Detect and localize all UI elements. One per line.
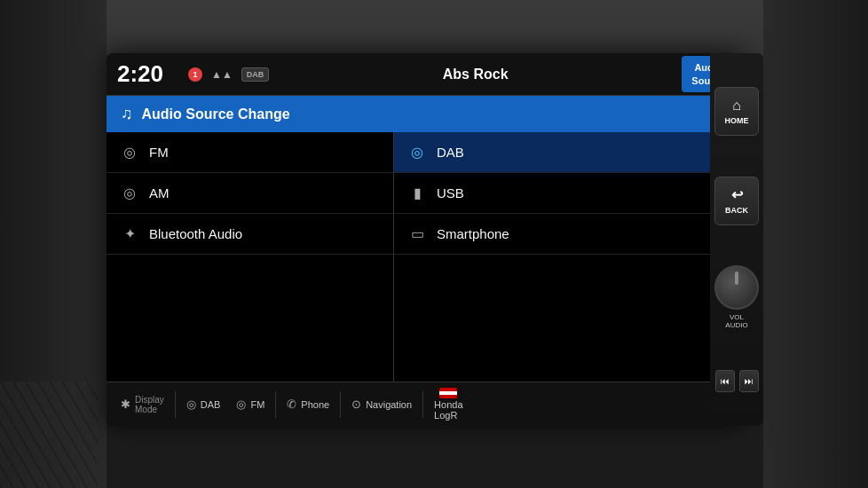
toolbar-dab[interactable]: ◎ DAB	[179, 393, 228, 415]
notification-badge: 1	[188, 67, 202, 82]
toolbar-dab-label: DAB	[201, 399, 221, 410]
home-icon: ⌂	[732, 98, 741, 114]
dashboard-left	[0, 0, 107, 488]
bluetooth-icon: ✦	[121, 225, 138, 242]
home-button[interactable]: ⌂ HOME	[714, 87, 759, 136]
toolbar-fm[interactable]: ◎ FM	[229, 393, 272, 415]
main-area: ♫ Audio Source Change ◎ FM ◎ AM	[107, 96, 746, 426]
bottom-toolbar: ✱ DisplayMode ◎ DAB ◎ FM ✆ P	[107, 382, 746, 426]
fm-label: FM	[149, 145, 169, 160]
bluetooth-label: Bluetooth Audio	[149, 226, 242, 241]
volume-label: VOLAUDIO	[725, 313, 747, 329]
am-label: AM	[149, 185, 170, 201]
toolbar-navigation-label: Navigation	[366, 399, 412, 410]
music-icon: ♫	[121, 105, 133, 123]
station-name: Abs Rock	[278, 67, 673, 83]
home-label: HOME	[725, 116, 749, 125]
toolbar-phone-label: Phone	[301, 399, 329, 410]
usb-icon: ▮	[408, 185, 426, 201]
dashboard-wrapper: 2:20 1 ▲▲ DAB Abs Rock AudioSource ♫ Aud…	[0, 0, 868, 488]
back-label: BACK	[725, 206, 748, 215]
source-item-usb[interactable]: ▮ USB	[394, 173, 746, 214]
phone-icon: ✆	[287, 397, 296, 411]
right-sources: ◎ DAB ▮ USB ▭ Smartphone	[394, 132, 746, 382]
dashboard-right	[763, 0, 868, 488]
smartphone-icon: ▭	[408, 225, 426, 242]
time-display: 2:20	[117, 60, 179, 88]
separator-1	[175, 391, 176, 418]
fm-icon: ◎	[121, 144, 138, 161]
source-item-am[interactable]: ◎ AM	[107, 173, 393, 214]
back-icon: ↩	[731, 186, 743, 203]
back-button[interactable]: ↩ BACK	[714, 177, 759, 225]
toolbar-dab-icon: ◎	[186, 397, 196, 411]
separator-4	[422, 391, 423, 418]
am-icon: ◎	[121, 185, 138, 201]
separator-2	[275, 391, 276, 418]
display-mode-label: DisplayMode	[135, 395, 164, 414]
toolbar-navigation[interactable]: ⊙ Navigation	[344, 393, 419, 415]
audio-source-header: ♫ Audio Source Change	[107, 96, 746, 132]
skip-forward-button[interactable]: ⏭	[739, 370, 759, 392]
skip-buttons: ⏮ ⏭	[715, 370, 759, 392]
source-item-fm[interactable]: ◎ FM	[107, 132, 393, 173]
dab-label: DAB	[437, 145, 464, 160]
signal-icon: ▲▲	[211, 68, 233, 81]
screen-content: 2:20 1 ▲▲ DAB Abs Rock AudioSource ♫ Aud…	[107, 53, 746, 426]
toolbar-honda-logr-label: HondaLogR	[434, 399, 462, 421]
infotainment-screen: 2:20 1 ▲▲ DAB Abs Rock AudioSource ♫ Aud…	[107, 53, 746, 426]
skip-back-button[interactable]: ⏮	[715, 370, 735, 392]
left-sources: ◎ FM ◎ AM ✦ Bluetooth Audio	[107, 132, 394, 382]
toolbar-display-mode[interactable]: ✱ DisplayMode	[114, 390, 171, 419]
toolbar-phone[interactable]: ✆ Phone	[280, 393, 336, 415]
toolbar-fm-icon: ◎	[236, 397, 246, 411]
dab-icon: ◎	[408, 144, 426, 161]
source-item-smartphone[interactable]: ▭ Smartphone	[394, 214, 746, 255]
display-mode-icon: ✱	[121, 397, 130, 411]
side-buttons-panel: ⌂ HOME ↩ BACK VOLAUDIO ⏮ ⏭	[710, 53, 763, 426]
status-bar: 2:20 1 ▲▲ DAB Abs Rock AudioSource	[107, 53, 746, 96]
honda-logr-flag	[439, 388, 457, 398]
source-list-area: ◎ FM ◎ AM ✦ Bluetooth Audio	[107, 132, 746, 382]
source-item-dab[interactable]: ◎ DAB	[394, 132, 746, 173]
audio-source-title: Audio Source Change	[142, 106, 290, 122]
toolbar-honda-logr[interactable]: HondaLogR	[427, 383, 470, 425]
vent-pattern	[0, 382, 98, 488]
usb-label: USB	[437, 185, 464, 201]
volume-section: VOLAUDIO	[714, 265, 759, 329]
dab-badge: DAB	[241, 67, 270, 82]
separator-3	[340, 391, 341, 418]
smartphone-label: Smartphone	[437, 226, 509, 241]
source-item-bluetooth[interactable]: ✦ Bluetooth Audio	[107, 214, 393, 255]
navigation-icon: ⊙	[351, 397, 361, 411]
toolbar-fm-label: FM	[250, 399, 264, 410]
volume-knob[interactable]	[714, 265, 759, 310]
